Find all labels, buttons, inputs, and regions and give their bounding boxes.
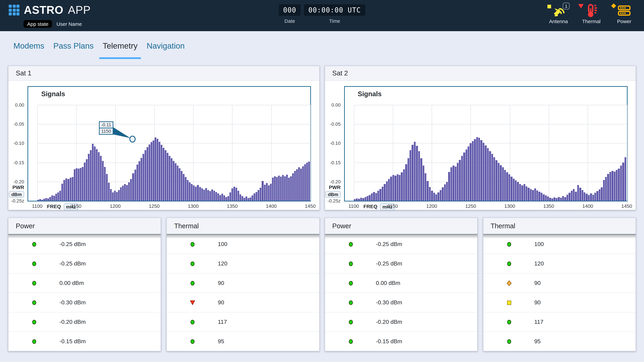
table-row-value: -0.20 dBm [59, 319, 86, 325]
signal-bar [380, 189, 381, 201]
status-ok-icon [190, 280, 195, 286]
signal-bar [558, 197, 560, 201]
y-tick-label: -0.15 [330, 160, 340, 165]
y-tick-label: -0.10 [14, 141, 24, 146]
x-tick-label: 1450 [305, 203, 316, 209]
signal-bar [545, 195, 547, 201]
sat1-signals-chart[interactable]: Signals -0.111150 [28, 86, 311, 201]
status-ok-icon [32, 339, 37, 344]
signal-bar [412, 145, 414, 201]
sat2-signals-chart[interactable]: Signals [344, 86, 628, 201]
sat2-chart-title: Signals [358, 90, 382, 98]
sat1-power-title: Power [8, 218, 161, 235]
status-serious-diamond-icon [506, 280, 512, 286]
sat2-plot-area[interactable] [354, 105, 627, 201]
sat2-x-axis: FREQ mHz 1100115012001250130013501400145… [354, 203, 627, 211]
sat1-plot-area[interactable]: -0.111150 [37, 105, 310, 201]
signal-bar [528, 188, 530, 201]
table-row: 90 [167, 274, 319, 293]
y-tick-label: 0.00 [332, 102, 341, 108]
signal-bar [354, 199, 356, 201]
signal-bar [538, 192, 540, 201]
signal-bar [485, 146, 487, 201]
signal-bar [547, 197, 549, 201]
signal-bar [384, 184, 386, 201]
signal-bar [549, 198, 551, 201]
tray-item-power[interactable]: Power [614, 4, 634, 31]
signal-bar [579, 188, 581, 201]
sat2-y-axis: PWR dBm 0.00-0.05-0.10-0.15-0.20-0.25z [325, 105, 341, 201]
signal-bar [369, 195, 371, 201]
signal-bar [575, 192, 577, 201]
signal-bar [599, 189, 600, 201]
signal-bar [362, 198, 364, 201]
signal-bar [440, 190, 442, 201]
signal-bar [425, 173, 426, 201]
table-row: -0.30 dBm [8, 293, 161, 312]
app-launcher-grid-icon[interactable] [9, 5, 20, 15]
status-caution-square-icon [507, 300, 512, 305]
status-ok-icon [32, 319, 37, 325]
status-ok-icon [507, 261, 512, 266]
table-row-value: 120 [218, 260, 228, 267]
signal-bar [590, 194, 592, 201]
x-tick-label: 1350 [544, 203, 554, 209]
signal-bar [470, 143, 472, 201]
user-name: User Name [56, 21, 82, 27]
signal-bar [420, 158, 422, 201]
status-ok-icon [190, 339, 195, 344]
y-tick-label: 0.00 [15, 102, 24, 108]
table-row-value: 100 [218, 241, 228, 248]
app-header: ASTRO APP App state User Name 000 Date 0… [0, 0, 644, 31]
tab-pass-plans[interactable]: Pass Plans [53, 31, 94, 60]
table-row-value: -0.15 dBm [376, 338, 402, 345]
signal-bar [438, 192, 440, 201]
tab-telemetry[interactable]: Telemetry [103, 31, 138, 60]
table-row-value: -0.25 dBm [376, 241, 402, 248]
signal-bar [390, 177, 392, 201]
table-row-value: -0.15 dBm [59, 338, 86, 345]
signal-bar [452, 166, 454, 201]
x-tick-label: 1300 [188, 203, 199, 209]
app-title-bold: ASTRO [24, 4, 64, 16]
tray-item-antenna[interactable]: 1 Antenna [549, 4, 568, 31]
signal-bar [554, 197, 556, 201]
y-tick-label: -0.10 [330, 141, 340, 146]
sat2-card: Sat 2 Signals PWR dBm 0.00-0.05-0.10-0.1… [324, 66, 636, 210]
signal-bar [536, 190, 538, 201]
antenna-caution-square-icon [548, 5, 551, 8]
table-row: -0.30 dBm [325, 293, 477, 312]
signal-bar [618, 169, 620, 201]
tab-navigation[interactable]: Navigation [146, 31, 185, 60]
signal-bar [510, 177, 512, 201]
sat1-card: Sat 1 Signals -0.111150 PWR dBm 0.00-0.0… [8, 66, 320, 210]
signal-bar [466, 149, 467, 201]
signal-bar [601, 187, 602, 201]
table-row-value: 0.00 dBm [376, 280, 400, 286]
status-critical-triangle-icon [190, 300, 196, 305]
status-ok-icon [507, 242, 512, 247]
table-row: 0.00 dBm [8, 274, 161, 293]
signal-bar [582, 190, 583, 201]
table-row-value: 95 [218, 338, 224, 345]
sat1-thermal-card: Thermal 100120909011795 [166, 218, 320, 351]
status-ok-icon [348, 300, 353, 305]
table-row: 117 [483, 312, 636, 332]
signal-bar [358, 199, 360, 201]
table-row: 100 [167, 235, 319, 254]
table-row-value: -0.25 dBm [59, 241, 86, 248]
tooltip-pwr-value: -0.11 [99, 121, 113, 128]
x-tick-label: 1450 [621, 203, 632, 209]
charts-row: Sat 1 Signals -0.111150 PWR dBm 0.00-0.0… [8, 66, 636, 210]
signal-bar [403, 169, 405, 201]
tray-label-antenna: Antenna [549, 18, 568, 24]
table-row: 90 [483, 293, 636, 312]
status-ok-icon [190, 261, 195, 266]
sat1-thermal-title: Thermal [167, 218, 319, 235]
tab-modems[interactable]: Modems [14, 31, 44, 60]
y-tick-label: -0.25z [328, 198, 340, 203]
signal-bar [427, 181, 429, 201]
tray-item-thermal[interactable]: Thermal [582, 4, 601, 31]
signal-bar [407, 158, 409, 201]
table-row-value: 117 [218, 319, 227, 325]
